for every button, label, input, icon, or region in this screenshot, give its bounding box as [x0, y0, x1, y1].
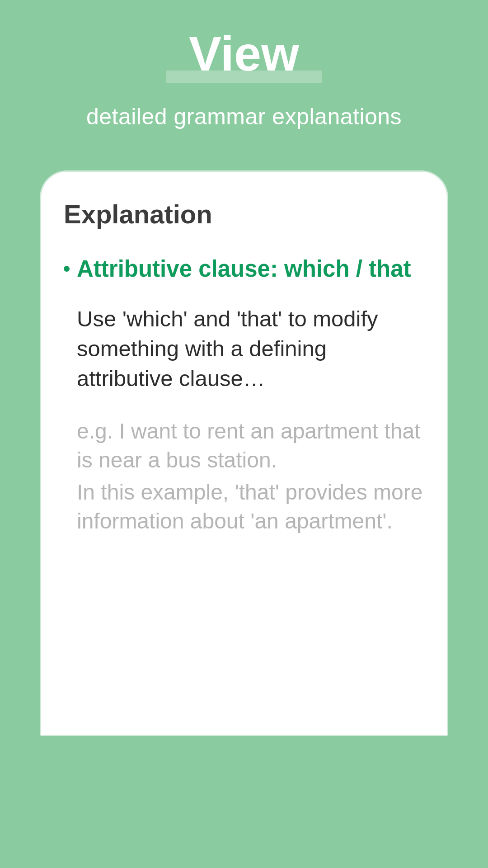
- explanation-card: Explanation Attributive clause: which / …: [40, 170, 448, 736]
- bullet-row: Attributive clause: which / that: [64, 254, 424, 283]
- grammar-body-text: Use 'which' and 'that' to modify somethi…: [77, 304, 424, 393]
- page-subtitle: detailed grammar explanations: [0, 104, 488, 130]
- page-title: View: [189, 27, 299, 81]
- promo-header: View detailed grammar explanations: [0, 0, 488, 130]
- example-explanation: In this example, 'that' provides more in…: [77, 478, 424, 535]
- grammar-topic-title: Attributive clause: which / that: [77, 254, 411, 283]
- bullet-dot-icon: [64, 266, 70, 272]
- card-heading: Explanation: [64, 199, 424, 229]
- example-sentence: e.g. I want to rent an apartment that is…: [77, 417, 424, 474]
- title-text: View: [189, 26, 299, 81]
